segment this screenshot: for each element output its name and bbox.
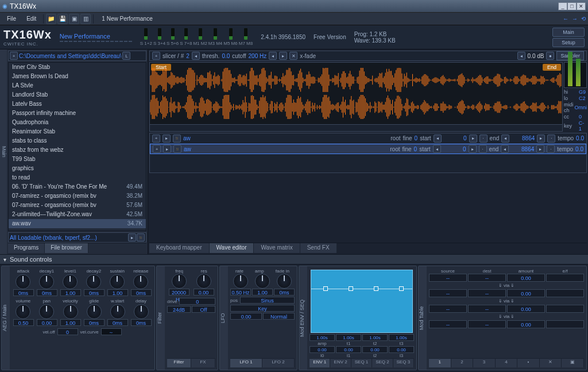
filter-off[interactable]: Off [192,306,215,313]
knob-value[interactable]: 1.00 [107,289,128,296]
lfo-key[interactable]: Key [230,305,295,312]
knob-value[interactable]: 1.00 [60,319,81,326]
slicer-btn1[interactable]: ◂ [192,52,200,60]
save-icon[interactable]: 💾 [57,14,68,24]
knob[interactable] [39,274,54,289]
knob[interactable] [172,274,187,289]
knob[interactable] [63,304,78,319]
root-key[interactable]: C-1 [579,120,587,132]
waveform-view[interactable]: Start End [149,62,563,132]
knob[interactable] [255,274,270,289]
knob[interactable] [196,274,211,289]
midi-cc[interactable]: 0 [579,114,582,120]
knob-value[interactable]: 0ms [107,319,128,326]
file-row[interactable]: stabs to class [9,136,146,145]
vel-off-value[interactable]: 0 [57,328,78,335]
menu-file[interactable]: File [2,14,21,23]
knob-value[interactable]: 0.00 [37,319,57,326]
lo-note[interactable]: C2 [579,95,586,101]
lfo-fadein[interactable]: 0.00 [230,313,262,320]
knob[interactable] [63,274,78,289]
file-row[interactable]: Latelv Bass [9,99,146,109]
knob-value[interactable]: 1.00 [252,289,273,296]
hi-note[interactable]: G9 [579,89,586,95]
knob[interactable] [39,304,54,319]
knob[interactable] [87,304,102,319]
knob-value[interactable]: 0.50 Hz [230,289,251,296]
knob-value[interactable]: 0ms [84,289,105,296]
knob-value[interactable]: 0ms [13,289,34,296]
prev-perf-icon[interactable]: ← [563,16,568,22]
knob[interactable] [233,274,248,289]
file-row[interactable]: T99 Stab [9,155,146,164]
file-row[interactable]: stabz from the webz [9,145,146,155]
setup-button[interactable]: Setup [552,38,585,47]
drive-value[interactable]: 0 [179,298,215,305]
knob-value[interactable]: 0ms [131,319,152,326]
path-menu-icon[interactable]: L [122,52,130,60]
save-as-icon[interactable]: ▣ [69,14,79,24]
editor-tab[interactable]: Keyboard mapper [149,243,210,253]
knob-value[interactable]: 0ms [84,319,105,326]
open-icon[interactable]: 📁 [46,14,56,24]
next-perf-icon[interactable]: → [572,16,578,22]
file-row[interactable]: Reanimator Stab [9,127,146,136]
knob[interactable] [16,304,30,319]
knob[interactable] [110,274,125,289]
cutoff-dec-icon[interactable]: ◂ [269,52,277,60]
refresh-icon[interactable]: ⟲ [581,16,586,22]
file-row[interactable]: James Brown Is Dead [9,72,146,81]
knob[interactable] [16,274,30,289]
file-row[interactable]: 07-ramirez - orgasmico (remix bv57.6M [9,201,146,210]
slicer-expand-icon[interactable]: + [152,52,160,60]
file-list[interactable]: Inner Citv StabJames Brown Is DeadLA Stv… [8,62,146,231]
wave-scrollbar[interactable] [150,124,562,131]
knob[interactable] [134,304,149,319]
file-row[interactable]: aw.wav34.7K [9,219,146,228]
file-row[interactable]: 06. 'D' Train - You're The One For Me49.… [9,182,146,191]
slice-row[interactable]: +▸◾awrootfine0start◂0▸·end◂8864▸·tempo0.… [150,133,586,144]
knob-value[interactable]: 0ms [131,289,152,296]
main-button[interactable]: Main [552,28,585,37]
editor-tab[interactable]: Wave editor [210,243,254,253]
knob-value[interactable]: 0ms [37,289,57,296]
file-row[interactable]: to read [9,173,146,182]
cutoff-value[interactable]: 200 Hz [249,53,267,59]
vel-curve[interactable]: ～ [101,328,122,335]
current-path[interactable]: C:\Documents and Settings\ddc\Bureau\ [19,53,121,59]
collapse-icon[interactable]: ▾ [3,256,6,263]
main-side-tab[interactable]: Main [0,49,7,254]
rec-icon[interactable]: ● [546,52,554,60]
menu-edit[interactable]: Edit [22,14,41,23]
cutoff-inc-icon[interactable]: ▸ [279,52,287,60]
envelope-display[interactable] [311,270,413,333]
lfo-mode[interactable]: Normal [263,313,295,320]
file-row[interactable]: graphics [9,164,146,173]
xfade-value[interactable]: 0.0 dB [528,53,544,59]
knob[interactable] [86,274,101,289]
lfo-pos[interactable]: Sinus [240,297,295,304]
knob-value[interactable]: 0.00 [194,289,214,296]
sound-controls-header[interactable]: ▾ Sound controls [0,254,588,264]
browser-tab[interactable]: File browser [45,243,88,253]
knob-value[interactable]: 1.00 [60,289,81,296]
path-expand-icon[interactable]: + [10,52,18,60]
filter-db[interactable]: 24dB [167,306,191,313]
knob[interactable] [110,304,125,319]
file-filter[interactable]: All Loadable (txbank, txperf, sf2...) [10,235,97,241]
slicer-count[interactable]: 2 [186,53,189,59]
thresh-value[interactable]: 0.0 [222,53,230,59]
knob-value[interactable]: 0ms [274,289,295,296]
close-button[interactable]: ✕ [577,2,586,10]
knob[interactable] [277,274,292,289]
maximize-button[interactable]: □ [567,2,577,10]
file-row[interactable]: LA Stvle [9,81,146,90]
knob[interactable] [133,274,148,289]
knob-value[interactable]: 0.50 [13,319,34,326]
file-row[interactable]: Inner Citv Stab [9,63,146,72]
performance-select[interactable]: 1 New Performance [96,14,158,23]
midi-ch[interactable]: Omni [575,105,587,110]
editor-tab[interactable]: Send FX [300,243,337,253]
file-row[interactable]: 2-unlimited---Twilight-Zone.wav42.5M [9,210,146,219]
slice-btn[interactable]: ✕ [289,52,297,60]
